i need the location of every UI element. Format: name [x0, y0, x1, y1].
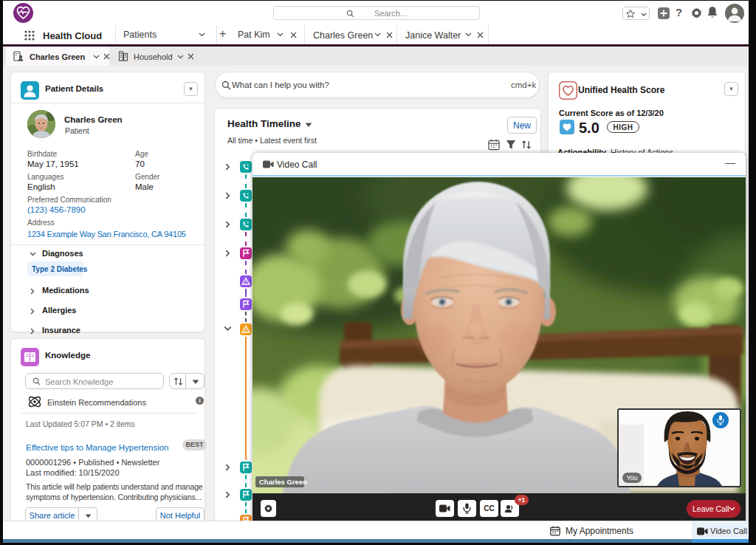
- svg-text:Charles Green: Charles Green: [259, 478, 307, 486]
- svg-text:?: ?: [676, 6, 682, 18]
